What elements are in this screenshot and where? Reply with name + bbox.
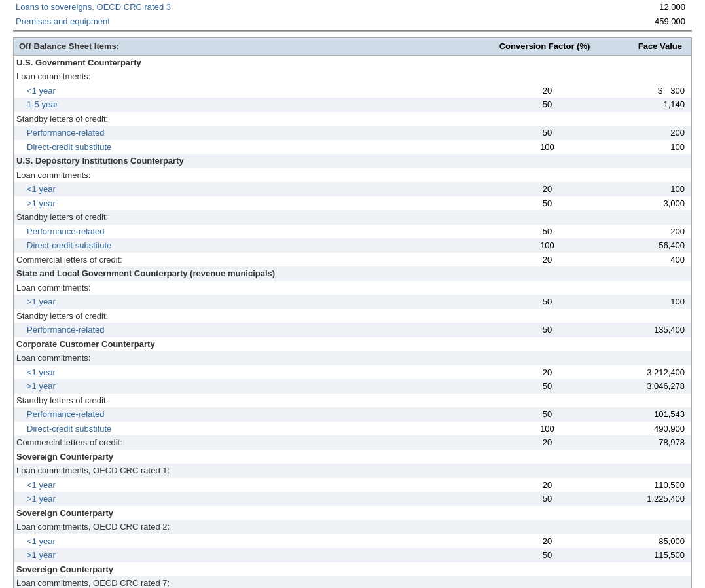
state-gt1: >1 year 50 100 xyxy=(14,295,691,309)
section-us-depository: U.S. Depository Institutions Counterpart… xyxy=(14,154,691,266)
section-header-us-dep: U.S. Depository Institutions Counterpart… xyxy=(14,154,691,168)
section-corporate: Corporate Customer Counterparty Loan com… xyxy=(14,337,691,450)
us-govt-1-5: 1-5 year 50 1,140 xyxy=(14,98,691,112)
section-sovereign-2: Sovereign Counterparty Loan commitments,… xyxy=(14,506,691,562)
loan-commitments-label-2: Loan commitments: xyxy=(14,168,691,183)
us-dep-gt1: >1 year 50 3,000 xyxy=(14,196,691,211)
us-govt-lt1: <1 year 20 $300 xyxy=(14,84,691,98)
top-row-2-value: 459,000 xyxy=(607,15,692,28)
top-row-1: Loans to sovereigns, OECD CRC rated 3 12… xyxy=(13,0,692,14)
top-table-area: Loans to sovereigns, OECD CRC rated 3 12… xyxy=(0,0,705,32)
section-us-govt: U.S. Government Counterparty Loan commit… xyxy=(14,56,691,155)
standby-label-3: Standby letters of credit: xyxy=(14,309,691,323)
loan-commitments-label-4: Loan commitments: xyxy=(14,351,691,365)
top-row-2: Premises and equipment 459,000 xyxy=(13,14,692,32)
section-header-corp: Corporate Customer Counterparty xyxy=(14,337,691,352)
corp-direct: Direct-credit substitute 100 490,900 xyxy=(14,422,691,436)
col-header-face: Face Value xyxy=(604,40,689,53)
section-header-us-govt: U.S. Government Counterparty xyxy=(14,56,691,70)
sov7-commitments-label: Loan commitments, OECD CRC rated 7: xyxy=(14,576,691,588)
loan-commitments-label-1: Loan commitments: xyxy=(14,69,691,84)
us-dep-perf: Performance-related 50 200 xyxy=(14,225,691,239)
off-balance-sheet-table: Off Balance Sheet Items: Conversion Fact… xyxy=(13,37,692,588)
us-dep-direct: Direct-credit substitute 100 56,400 xyxy=(14,238,691,253)
corp-perf: Performance-related 50 101,543 xyxy=(14,407,691,422)
sov2-gt1: >1 year 50 115,500 xyxy=(14,548,691,562)
section-header-sov1: Sovereign Counterparty xyxy=(14,450,691,464)
loan-commitments-label-3: Loan commitments: xyxy=(14,281,691,295)
section-sovereign-7: Sovereign Counterparty Loan commitments,… xyxy=(14,562,691,589)
sov1-lt1: <1 year 20 110,500 xyxy=(14,478,691,492)
section-header-sov2: Sovereign Counterparty xyxy=(14,506,691,521)
col-header-label: Off Balance Sheet Items: xyxy=(16,40,486,53)
sov2-lt1: <1 year 20 85,000 xyxy=(14,534,691,549)
page-container: Loans to sovereigns, OECD CRC rated 3 12… xyxy=(0,0,705,588)
corp-gt1: >1 year 50 3,046,278 xyxy=(14,379,691,394)
top-row-1-value: 12,000 xyxy=(607,1,692,14)
us-govt-perf: Performance-related 50 200 xyxy=(14,126,691,140)
us-dep-lt1: <1 year 20 100 xyxy=(14,182,691,196)
table-header: Off Balance Sheet Items: Conversion Fact… xyxy=(14,38,691,56)
sov2-commitments-label: Loan commitments, OECD CRC rated 2: xyxy=(14,520,691,534)
standby-label-4: Standby letters of credit: xyxy=(14,394,691,408)
sov1-gt1: >1 year 50 1,225,400 xyxy=(14,492,691,506)
commercial-label-1: Commercial letters of credit: 20 400 xyxy=(14,253,691,267)
commercial-label-2: Commercial letters of credit: 20 78,978 xyxy=(14,435,691,450)
section-header-sov7: Sovereign Counterparty xyxy=(14,562,691,577)
sov1-commitments-label: Loan commitments, OECD CRC rated 1: xyxy=(14,464,691,478)
state-perf: Performance-related 50 135,400 xyxy=(14,323,691,337)
standby-label-2: Standby letters of credit: xyxy=(14,210,691,225)
top-row-2-label: Premises and equipment xyxy=(13,15,489,28)
standby-label-1: Standby letters of credit: xyxy=(14,112,691,126)
section-header-state: State and Local Government Counterparty … xyxy=(14,266,691,281)
us-govt-direct: Direct-credit substitute 100 100 xyxy=(14,140,691,155)
corp-lt1: <1 year 20 3,212,400 xyxy=(14,365,691,380)
section-state-local: State and Local Government Counterparty … xyxy=(14,266,691,337)
section-sovereign-1: Sovereign Counterparty Loan commitments,… xyxy=(14,450,691,506)
top-row-1-label: Loans to sovereigns, OECD CRC rated 3 xyxy=(13,1,489,14)
col-header-conv: Conversion Factor (%) xyxy=(486,40,604,53)
